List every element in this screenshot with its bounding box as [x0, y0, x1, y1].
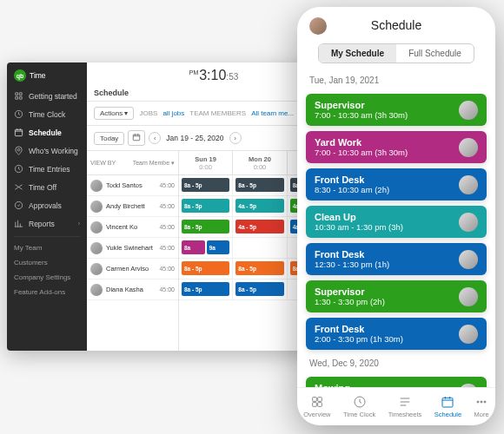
card-title: Supervisor [315, 100, 454, 110]
shift-cell[interactable]: 4a - 5p [232, 217, 286, 237]
schedule-card[interactable]: Supervisor1:30 - 3:30 pm (2h) [306, 280, 487, 312]
shift-block[interactable]: 8a - 5p [182, 178, 229, 192]
svg-rect-1 [15, 129, 22, 135]
next-week-button[interactable]: › [229, 132, 242, 144]
prev-week-button[interactable]: ‹ [149, 132, 161, 144]
shift-cell[interactable]: 8a - 5p [232, 259, 286, 279]
shift-cell[interactable]: 8a9a [179, 238, 232, 258]
card-subtitle: 7:00 - 10:30 am (3h 30m) [315, 110, 454, 120]
tab-schedule[interactable]: Schedule [434, 395, 461, 418]
member-name: Yukle Swinehart [106, 244, 156, 252]
schedule-card[interactable]: Front Desk8:30 - 10:30 am (2h) [306, 168, 487, 201]
card-subtitle: 1:30 - 3:30 pm (2h) [315, 297, 454, 306]
schedule-card[interactable]: Front Desk12:30 - 1:30 pm (1h) [306, 243, 487, 275]
schedule-card[interactable]: Yard Work7:00 - 10:30 am (3h 30m) [306, 131, 487, 163]
shift-cell[interactable]: 8a - 5p [179, 196, 232, 216]
shift-cell[interactable]: 8a - 5p [179, 279, 232, 299]
shift-block[interactable]: 8a - 5p [182, 220, 229, 233]
tab-overview[interactable]: Overview [303, 395, 330, 418]
svg-point-14 [484, 401, 486, 403]
member-row[interactable]: Yukle Swinehart45:00 [87, 238, 178, 259]
shift-block[interactable]: 8a [182, 240, 205, 254]
sidebar-sub-my-team[interactable]: My Team [7, 240, 87, 255]
date-range: Jan 19 - 25, 2020 [166, 134, 223, 142]
member-row[interactable]: Diana Kasha45:00 [87, 279, 178, 300]
member-name: Vincent Ko [106, 223, 156, 231]
sidebar-item-schedule[interactable]: Schedule [7, 123, 87, 141]
shift-cell[interactable]: 8a - 5p [179, 175, 232, 195]
sidebar-item-reports[interactable]: Reports› [7, 214, 87, 233]
seg-full-schedule[interactable]: Full Schedule [396, 44, 474, 62]
jobs-link[interactable]: all jobs [162, 109, 184, 117]
actions-dropdown[interactable]: Actions ▾ [94, 107, 134, 120]
card-subtitle: 7:00 - 10:30 am (3h 30m) [315, 148, 454, 157]
brand-badge-icon: qb [14, 69, 26, 82]
sidebar-sub-company-settings[interactable]: Company Settings [7, 270, 87, 285]
tab-timesheets[interactable]: Timesheets [388, 395, 422, 418]
shift-cell[interactable]: 8a - 5p [179, 217, 232, 237]
member-name: Diana Kasha [106, 286, 156, 293]
today-button[interactable]: Today [94, 132, 124, 145]
member-row[interactable]: Andy Birchett45:00 [87, 196, 178, 217]
sidebar-item-getting-started[interactable]: Getting started [7, 87, 87, 105]
tab-icon [441, 395, 454, 409]
shift-cell[interactable] [232, 238, 286, 258]
shift-cell[interactable]: 8a - 5p [232, 279, 286, 299]
phone-frame: Schedule My Schedule Full Schedule Tue, … [297, 7, 495, 425]
tab-icon [474, 395, 488, 409]
sidebar-sub-customers[interactable]: Customers [7, 255, 87, 270]
tab-time-clock[interactable]: Time Clock [343, 395, 375, 418]
view-by-label: VIEW BY [90, 160, 116, 166]
nav-separator [14, 236, 80, 237]
card-title: Clean Up [315, 212, 454, 222]
svg-point-13 [481, 401, 482, 403]
phone-card-list[interactable]: Supervisor7:00 - 10:30 am (3h 30m)Yard W… [297, 89, 495, 387]
schedule-segmented-control[interactable]: My Schedule Full Schedule [318, 43, 474, 63]
day-header: Mon 200:00 [232, 151, 286, 174]
member-row[interactable]: Todd Santos45:00 [87, 175, 178, 196]
shift-block[interactable]: 8a - 5p [235, 282, 283, 296]
schedule-card[interactable]: Mowing7:00 - 10:30 am (3h 30m) [306, 377, 487, 387]
card-title: Front Desk [315, 249, 454, 260]
sidebar-item-time-entries[interactable]: Time Entries [7, 160, 87, 178]
shift-block[interactable]: 8a - 5p [235, 261, 283, 275]
phone-header: Schedule [297, 7, 495, 43]
shift-block[interactable]: 8a - 5p [182, 261, 229, 275]
shift-block[interactable]: 4a - 5p [235, 199, 283, 213]
avatar[interactable] [309, 17, 327, 35]
sidebar-sub-feature-add-ons[interactable]: Feature Add-ons [7, 285, 87, 299]
schedule-card[interactable]: Supervisor7:00 - 10:30 am (3h 30m) [306, 94, 487, 126]
member-row[interactable]: Vincent Ko45:00 [87, 217, 178, 238]
nav-icon [14, 182, 23, 192]
shift-block[interactable]: 8a - 5p [182, 282, 229, 296]
sidebar-item-approvals[interactable]: Approvals [7, 196, 87, 214]
avatar [90, 284, 103, 296]
brand-name: Time [30, 71, 46, 80]
nav-label: Time Entries [29, 165, 70, 174]
day-header: Sun 190:00 [179, 151, 232, 174]
brand: qb Time [7, 62, 87, 87]
shift-cell[interactable]: 8a - 5p [179, 259, 232, 279]
shift-cell[interactable]: 4a - 5p [232, 196, 286, 216]
calendar-button[interactable] [128, 130, 145, 146]
sidebar-item-time-clock[interactable]: Time Clock [7, 105, 87, 123]
seg-my-schedule[interactable]: My Schedule [319, 44, 396, 62]
sidebar-item-time-off[interactable]: Time Off [7, 178, 87, 196]
view-by-cell[interactable]: VIEW BY Team Membe ▾ [87, 151, 178, 175]
shift-cell[interactable]: 8a - 5p [232, 175, 286, 195]
shift-block[interactable]: 8a - 5p [235, 178, 283, 192]
tab-label: Time Clock [343, 411, 375, 418]
phone-date-1: Tue, Jan 19, 2021 [297, 72, 495, 89]
team-link[interactable]: All team me... [251, 109, 294, 117]
shift-block[interactable]: 9a [207, 240, 230, 254]
schedule-card[interactable]: Clean Up10:30 am - 1:30 pm (3h) [306, 206, 487, 238]
shift-block[interactable]: 4a - 5p [235, 220, 283, 233]
shift-block[interactable]: 8a - 5p [182, 199, 229, 213]
schedule-card[interactable]: Front Desk2:00 - 3:30 pm (1h 30m) [306, 318, 487, 350]
member-row[interactable]: Carmen Arviso45:00 [87, 259, 178, 279]
member-hours: 45:00 [159, 245, 175, 251]
sidebar-item-who-s-working[interactable]: Who's Working [7, 141, 87, 160]
tab-more[interactable]: More [474, 395, 489, 418]
avatar [459, 250, 478, 269]
svg-point-12 [477, 401, 479, 403]
